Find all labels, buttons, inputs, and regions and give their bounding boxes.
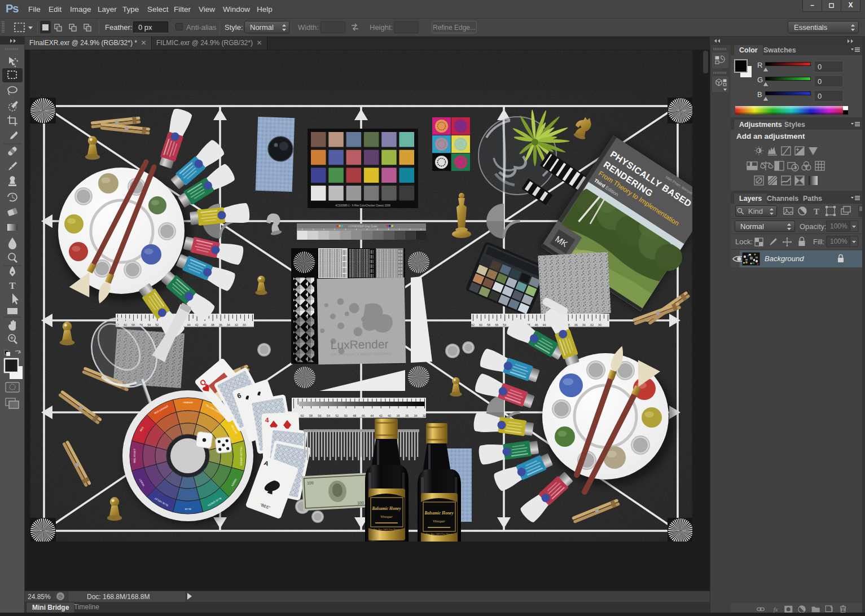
svg-text:32: 32 — [423, 414, 426, 417]
svg-text:Pure Raw 100% Fine Honey: Pure Raw 100% Fine Honey — [374, 528, 399, 531]
svg-text:0: 0 — [818, 92, 822, 100]
svg-text:58: 58 — [309, 414, 313, 417]
svg-text:52: 52 — [155, 323, 159, 327]
svg-text:36: 36 — [219, 323, 222, 327]
svg-text:54: 54 — [327, 414, 330, 417]
svg-text:58: 58 — [487, 323, 490, 327]
svg-text:fx: fx — [774, 606, 778, 613]
svg-text:T: T — [814, 207, 819, 216]
svg-text:46: 46 — [534, 323, 538, 327]
svg-text:50: 50 — [344, 414, 348, 417]
svg-text:T: T — [9, 280, 16, 291]
svg-text:38: 38 — [211, 323, 214, 327]
svg-text:BLUE: BLUE — [185, 508, 191, 511]
svg-text:Balsamic Honey: Balsamic Honey — [424, 511, 454, 516]
svg-text:100: 100 — [357, 501, 364, 505]
svg-text:RED-VIOLET: RED-VIOLET — [133, 448, 136, 463]
svg-text:54: 54 — [147, 323, 151, 327]
svg-text:42: 42 — [379, 414, 383, 417]
svg-text:60: 60 — [300, 414, 304, 417]
svg-text:B: B — [757, 90, 762, 99]
svg-text:40: 40 — [203, 323, 207, 327]
svg-text:54: 54 — [503, 323, 506, 327]
svg-text:Vinegar: Vinegar — [380, 514, 393, 519]
svg-text:36: 36 — [405, 414, 409, 417]
svg-text:32: 32 — [590, 323, 594, 327]
svg-text:G: G — [757, 76, 763, 84]
svg-text:LuxRender: LuxRender — [331, 337, 389, 351]
svg-text:R: R — [757, 61, 762, 69]
svg-text:Vinegar: Vinegar — [433, 519, 445, 523]
svg-text:30: 30 — [598, 323, 601, 327]
svg-text:34: 34 — [227, 323, 230, 327]
svg-text:32: 32 — [235, 323, 238, 327]
svg-text:100: 100 — [307, 481, 314, 485]
svg-text:44: 44 — [370, 414, 374, 417]
svg-text:ORANGE: ORANGE — [183, 401, 193, 404]
svg-text:34: 34 — [414, 414, 417, 417]
svg-text:60: 60 — [479, 323, 482, 327]
svg-text:44: 44 — [542, 323, 546, 327]
svg-text:0: 0 — [818, 63, 822, 71]
svg-text:0: 0 — [818, 77, 822, 86]
svg-text:LUXRENDER Gray Scale: LUXRENDER Gray Scale — [348, 225, 377, 228]
svg-text:30: 30 — [243, 323, 246, 327]
svg-text:4: 4 — [265, 416, 269, 424]
svg-text:48: 48 — [353, 414, 356, 417]
svg-text:52: 52 — [335, 414, 339, 417]
svg-text:62: 62 — [471, 323, 475, 327]
svg-text:38: 38 — [397, 414, 400, 417]
svg-text:Pure Raw 100% Fine Honey: Pure Raw 100% Fine Honey — [426, 533, 452, 535]
svg-text:Balsamic Honey: Balsamic Honey — [371, 506, 401, 511]
svg-text:40: 40 — [388, 414, 391, 417]
svg-text:42: 42 — [195, 323, 199, 327]
svg-text:46: 46 — [362, 414, 365, 417]
svg-text:56: 56 — [495, 323, 498, 327]
svg-text:34: 34 — [582, 323, 586, 327]
svg-text:36: 36 — [574, 323, 578, 327]
svg-text:44: 44 — [187, 323, 190, 327]
svg-text:YELLOW-GREEN: YELLOW-GREEN — [240, 446, 243, 465]
svg-text:4CS30985-1 - X-Rite ColorCheck: 4CS30985-1 - X-Rite ColorChecker Classic… — [335, 204, 390, 207]
svg-text:56: 56 — [318, 414, 321, 417]
